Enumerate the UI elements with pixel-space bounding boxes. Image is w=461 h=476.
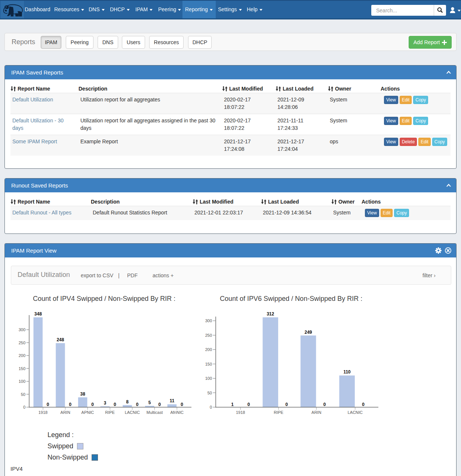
svg-text:1: 1 xyxy=(231,402,234,407)
svg-text:312: 312 xyxy=(267,311,274,317)
svg-text:LACNIC: LACNIC xyxy=(348,410,363,415)
svg-text:0: 0 xyxy=(285,402,288,407)
svg-text:100: 100 xyxy=(19,379,25,384)
svg-text:200: 200 xyxy=(205,347,212,352)
svg-text:0: 0 xyxy=(91,402,94,407)
svg-text:LACNIC: LACNIC xyxy=(125,410,140,415)
svg-text:348: 348 xyxy=(34,311,42,317)
svg-text:0: 0 xyxy=(181,402,183,407)
svg-text:50: 50 xyxy=(208,391,212,395)
svg-text:Multicast: Multicast xyxy=(147,410,163,415)
svg-text:AfriNIC: AfriNIC xyxy=(170,410,184,415)
svg-text:APNIC: APNIC xyxy=(82,410,94,415)
svg-text:3: 3 xyxy=(104,400,107,406)
svg-text:110: 110 xyxy=(343,369,351,375)
svg-text:300: 300 xyxy=(19,327,25,332)
svg-text:249: 249 xyxy=(304,330,312,335)
svg-text:0: 0 xyxy=(23,405,25,409)
svg-text:ARIN: ARIN xyxy=(311,410,321,415)
svg-text:150: 150 xyxy=(205,362,212,366)
svg-text:RIPE: RIPE xyxy=(274,410,283,415)
svg-text:5: 5 xyxy=(148,400,151,405)
svg-text:250: 250 xyxy=(19,341,25,345)
svg-text:100: 100 xyxy=(205,376,212,381)
svg-text:250: 250 xyxy=(205,333,212,338)
svg-text:150: 150 xyxy=(19,366,25,371)
svg-text:50: 50 xyxy=(21,392,25,397)
svg-text:11: 11 xyxy=(170,398,175,403)
svg-text:0: 0 xyxy=(47,402,49,407)
svg-text:0: 0 xyxy=(114,402,116,407)
svg-text:0: 0 xyxy=(69,402,72,407)
svg-text:1918: 1918 xyxy=(39,410,47,415)
svg-text:0: 0 xyxy=(210,405,212,409)
svg-text:38: 38 xyxy=(80,391,86,397)
svg-text:0: 0 xyxy=(248,402,250,407)
svg-text:300: 300 xyxy=(205,318,212,323)
svg-text:ARIN: ARIN xyxy=(61,410,70,415)
svg-text:0: 0 xyxy=(323,402,326,407)
svg-text:0: 0 xyxy=(158,402,161,407)
svg-text:RIPE: RIPE xyxy=(105,410,115,415)
svg-text:200: 200 xyxy=(19,353,25,358)
svg-text:248: 248 xyxy=(56,337,64,342)
svg-text:0: 0 xyxy=(362,402,365,407)
svg-text:0: 0 xyxy=(136,402,139,407)
svg-text:1918: 1918 xyxy=(236,410,245,415)
svg-text:8: 8 xyxy=(126,399,129,405)
